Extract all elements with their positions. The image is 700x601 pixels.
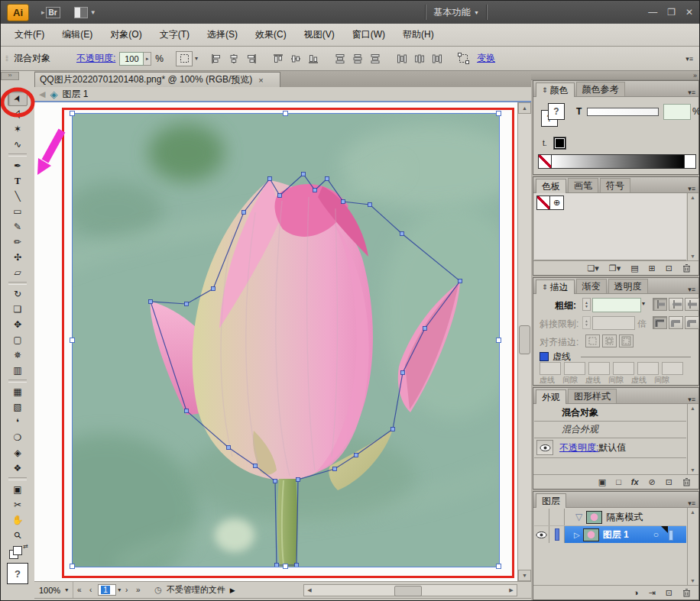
layer1-edit-cell[interactable] [549, 526, 565, 543]
scroll-up-icon[interactable]: ▲ [518, 102, 531, 114]
tool-blend[interactable]: ❍ [8, 430, 28, 445]
tool-live-paint-selection[interactable]: ❖ [8, 460, 28, 476]
tab-close-icon[interactable]: × [258, 76, 263, 85]
clear-appearance-button[interactable]: ⊘ [649, 477, 656, 487]
menu-edit[interactable]: 编辑(E) [59, 27, 96, 43]
style-chip-caret-icon[interactable]: ▾ [195, 55, 198, 62]
tool-column-graph[interactable]: ▥ [8, 363, 28, 378]
align-stroke-center-button[interactable] [585, 334, 600, 347]
stroke-collapse-icon[interactable]: ⇕ [542, 283, 548, 291]
horizontal-scroll-thumb[interactable] [394, 586, 422, 596]
weight-combo-caret-icon[interactable]: ▾ [642, 300, 645, 307]
appearance-row-blend-object[interactable]: 混合对象 [534, 404, 686, 422]
status-popup-icon[interactable]: ▶ [230, 586, 235, 594]
scroll-down-icon[interactable]: ▼ [518, 570, 531, 581]
align-stroke-outside-button[interactable] [619, 334, 634, 347]
handle-middle-left[interactable] [70, 338, 75, 343]
align-horizontal-right-button[interactable] [243, 51, 259, 66]
handle-bottom-right[interactable] [496, 564, 501, 569]
tab-graphic-styles[interactable]: 图形样式 [568, 389, 617, 403]
handle-bottom-left[interactable] [70, 564, 75, 569]
scroll-right-icon[interactable]: ▶ [506, 585, 517, 596]
layer-row-layer1[interactable]: ▷ 图层 1 ○ [534, 526, 686, 543]
handle-middle-right[interactable] [496, 338, 501, 343]
arrange-documents-icon[interactable] [74, 7, 88, 18]
cap-round-button[interactable] [669, 298, 683, 311]
dash-input-2[interactable] [588, 362, 610, 375]
menu-object[interactable]: 对象(O) [107, 27, 144, 43]
visibility-toggle[interactable] [536, 440, 553, 455]
distribute-vertical-bottom-button[interactable] [367, 51, 383, 66]
fill-proxy-mini[interactable] [13, 546, 22, 555]
breadcrumb-back-icon[interactable]: ◀ [39, 89, 45, 99]
layer1-eye-cell[interactable] [534, 526, 549, 543]
arrange-documents-caret-icon[interactable]: ▼ [90, 9, 96, 16]
appearance-row-contents[interactable]: 混合外观 [534, 421, 686, 438]
fill-stroke-mini-control[interactable]: ⇄ [8, 545, 27, 559]
minimize-button[interactable]: — [648, 7, 657, 18]
dock-collapse-icon[interactable]: » [693, 72, 697, 79]
distribute-vertical-center-button[interactable] [349, 51, 365, 66]
layers-scroll-down-icon[interactable]: ▼ [690, 578, 695, 583]
bridge-button[interactable]: ▸ Br [41, 7, 60, 18]
stroke-weight-combo[interactable] [592, 298, 641, 312]
tool-gradient[interactable]: ▧ [8, 399, 28, 415]
next-artboard-button[interactable]: › [121, 586, 132, 594]
align-vertical-middle-button[interactable] [287, 51, 303, 66]
duplicate-item-button[interactable]: ⊡ [666, 477, 672, 487]
new-layer-button[interactable]: ⊡ [666, 588, 672, 598]
swap-fill-stroke-icon[interactable]: ⇄ [23, 543, 28, 550]
tool-lasso[interactable]: ∿ [8, 137, 28, 152]
opacity-link[interactable]: 不透明度: [76, 52, 115, 65]
delete-appearance-icon[interactable] [682, 477, 691, 486]
tab-layers[interactable]: 图层 [536, 493, 566, 508]
fill-proxy[interactable]: ? [548, 103, 565, 120]
isolation-disclosure-icon[interactable]: ▽ [575, 512, 582, 522]
breadcrumb-layer-label[interactable]: 图层 1 [62, 88, 88, 101]
style-chip-button[interactable] [176, 51, 193, 66]
control-panel-menu-icon[interactable]: ▾≡ [685, 55, 693, 63]
menu-file[interactable]: 文件(F) [11, 27, 47, 43]
layer-row-isolation[interactable]: ▽ 隔离模式 [534, 509, 686, 526]
layers-scroll-up-icon[interactable]: ▲ [690, 509, 695, 515]
tab-appearance[interactable]: 外观 [536, 389, 566, 404]
appearance-opacity-link[interactable]: 不透明度: [559, 441, 598, 454]
tab-swatches[interactable]: 色板 [536, 179, 566, 193]
tool-symbol-sprayer[interactable]: ✵ [8, 347, 28, 363]
white-swatch[interactable] [684, 154, 696, 169]
appearance-panel-menu-icon[interactable]: ▾≡ [688, 396, 695, 403]
tool-selection[interactable]: ➤ [8, 91, 28, 106]
tool-hand[interactable]: ✋ [8, 512, 28, 528]
tool-direct-selection[interactable]: ➤ [8, 106, 28, 121]
previous-artboard-button[interactable]: ‹ [85, 586, 96, 594]
maximize-button[interactable]: ❐ [667, 7, 676, 18]
layer1-name-label[interactable]: 图层 1 [603, 528, 629, 541]
tool-rotate[interactable]: ↻ [8, 286, 28, 302]
tool-line-segment[interactable]: ╲ [8, 189, 28, 204]
tool-type[interactable]: T [8, 173, 28, 189]
grayscale-spectrum-ramp[interactable] [551, 154, 685, 169]
layer1-disclosure-icon[interactable]: ▷ [574, 531, 580, 539]
new-sublayer-button[interactable]: ⇥ [649, 588, 656, 598]
cap-projecting-button[interactable] [685, 298, 699, 311]
swatch-list[interactable]: ⊕ [534, 193, 686, 260]
weight-stepper[interactable]: ▲▼ [582, 298, 591, 311]
tab-transparency[interactable]: 透明度 [608, 279, 648, 293]
isolation-eye-cell[interactable] [534, 509, 549, 525]
appearance-row-opacity[interactable]: 不透明度: 默认值 [534, 438, 686, 458]
tool-blob-brush[interactable]: ✣ [8, 250, 28, 265]
last-artboard-button[interactable]: » [132, 586, 144, 594]
tool-live-paint-bucket[interactable]: ◈ [8, 445, 28, 460]
delete-swatch-icon[interactable] [682, 263, 691, 273]
dash-input-1[interactable] [540, 362, 561, 375]
new-color-group-button[interactable]: ⊞ [649, 263, 656, 273]
color-panel-menu-icon[interactable]: ▾≡ [688, 89, 695, 96]
appearance-scroll-down-icon[interactable]: ▼ [690, 467, 695, 473]
join-miter-button[interactable] [653, 316, 667, 329]
tint-value-input[interactable] [663, 104, 691, 120]
miter-limit-input[interactable] [592, 316, 635, 330]
menu-view[interactable]: 视图(V) [301, 27, 338, 43]
miter-stepper[interactable]: ▲▼ [582, 316, 591, 329]
handle-top-center[interactable] [283, 111, 288, 116]
vertical-scrollbar[interactable]: ▲ ▼ [517, 102, 531, 581]
